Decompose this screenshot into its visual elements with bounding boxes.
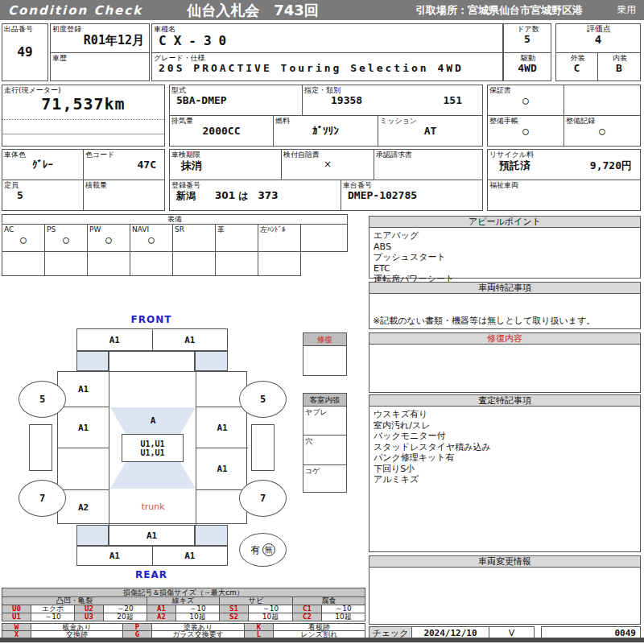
panel-door-front-right: A1 xyxy=(196,407,248,448)
type-code-cell: 型式 5BA-DMEP xyxy=(169,85,303,116)
score-cell: 評価点 4 xyxy=(555,23,641,53)
equipment-cell-ps: PS ○ xyxy=(44,224,88,252)
history-cell: 車歴 xyxy=(50,52,150,81)
insurance-cell: 検付自賠責 × xyxy=(281,149,374,180)
legend-value: 20超 xyxy=(103,613,147,621)
mark-rear-bumper-right: A1 xyxy=(153,547,228,565)
doors-value: 5 xyxy=(504,33,551,45)
panel-rear-corner-right xyxy=(195,525,228,546)
approval-request-label: 承認請求書 xyxy=(374,150,482,159)
pickup-location: 引取場所：宮城県仙台市宮城野区港 xyxy=(415,3,583,18)
interior-trim-row-tear: ヤブレ xyxy=(303,407,346,435)
interior-grade-label: 内装 xyxy=(598,53,640,62)
maintenance-book-label: 整備手帳 xyxy=(488,116,564,125)
welfare-vehicle-label: 福祉車両 xyxy=(488,180,640,189)
mark-front-bumper-left: A1 xyxy=(77,329,153,350)
maintenance-record-value: ○ xyxy=(564,125,640,137)
equipment-cell-leather: 革 xyxy=(215,224,258,252)
fuel-cell: 燃料 ｶﾞｿﾘﾝ xyxy=(273,115,378,147)
panel-door-rear-left xyxy=(58,448,109,490)
maintenance-record-label: 整備記録 xyxy=(564,116,640,125)
grade-value: 20S PROACTIVE Touring Selection 4WD xyxy=(152,62,502,74)
equipment-mark: ○ xyxy=(130,233,172,246)
exterior-grade-value: C xyxy=(556,62,597,74)
wheel-rear-left: 7 xyxy=(19,480,66,517)
equipment-cell-extra xyxy=(300,224,348,252)
recycle-fee-values: 預託済 9,720円 xyxy=(488,159,640,173)
change-info-title: 車両変更情報 xyxy=(369,556,640,568)
legend-value: 10超 xyxy=(175,613,220,621)
equipment-empty-cell xyxy=(2,252,45,275)
divider-dotted xyxy=(2,119,164,120)
equipment-cell-lhd: 左ﾊﾝﾄﾞﾙ xyxy=(258,224,301,252)
panel-rear-window xyxy=(110,462,196,489)
appeal-points-title: アピールポイント xyxy=(369,217,640,228)
approval-request-cell: 承認請求書 xyxy=(374,149,483,180)
equipment-cell-navi: NAVI ○ xyxy=(130,224,173,252)
capacity-value: 5 xyxy=(2,189,83,201)
score-value: 4 xyxy=(556,33,640,46)
displacement-label: 排気量 xyxy=(170,116,273,125)
warranty-empty-cell xyxy=(564,85,641,116)
appeal-item: プッシュスタート xyxy=(374,252,636,263)
color-code-value: 47C xyxy=(84,159,164,171)
assessment-item: バックモニター付 xyxy=(374,431,636,442)
mileage-label: 走行(現メーター) xyxy=(2,85,164,94)
lot-number-label: 出品番号 xyxy=(2,24,47,33)
grade-label: グレード・仕様 xyxy=(152,53,502,62)
class-value-1: 19358 xyxy=(331,94,362,106)
inspection-label: 車検期限 xyxy=(170,150,281,159)
assessment-item: 下回りS小 xyxy=(374,464,636,475)
equipment-label: 左ﾊﾝﾄﾞﾙ xyxy=(258,225,300,233)
body-color-cell: 車体色 ｸﾞﾚｰ xyxy=(2,149,84,180)
brand-logo: Condition Check xyxy=(8,3,142,18)
header-bar: Condition Check 仙台入札会 743回 引取場所：宮城県仙台市宮城… xyxy=(0,0,644,20)
equipment-empty-cell xyxy=(216,252,258,275)
welfare-vehicle-cell: 福祉車両 xyxy=(487,180,641,211)
equipment-empty-cell xyxy=(45,252,88,275)
presence-yes: 有 xyxy=(251,543,261,557)
panel-roof: U1,U1 U1,U1 xyxy=(122,434,184,462)
appeal-points-body: エアバッグ ABS プッシュスタート ETC 運転席パワーシート xyxy=(369,228,640,287)
front-label: FRONT xyxy=(121,314,182,325)
equipment-label: PS xyxy=(45,225,87,233)
panel-front-corner-right xyxy=(195,351,228,371)
equipment-label: SR xyxy=(173,225,215,233)
exterior-grade-label: 外装 xyxy=(556,53,597,62)
assessment-item: スタッドレスタイヤ積み込み xyxy=(374,442,636,453)
panel-front-corner-left xyxy=(76,351,109,371)
appeal-item: エアバッグ xyxy=(374,230,636,242)
panel-side-sill-right xyxy=(251,424,275,471)
mileage-cell: 走行(現メーター) 71,537km xyxy=(2,85,165,147)
doors-cell: ドア数 5 xyxy=(503,23,551,53)
first-registration-label: 初度登録 xyxy=(51,24,149,33)
inspection-value: 抹消 xyxy=(170,159,281,173)
wheel-front-left: 5 xyxy=(19,381,66,418)
body-color-value: ｸﾞﾚｰ xyxy=(2,159,83,171)
panel-side-sill-left xyxy=(29,424,52,471)
presence-no-circled: 無 xyxy=(262,543,275,556)
presence-ellipse: 有 無 xyxy=(239,533,287,567)
drive-value: 4WD xyxy=(504,62,551,74)
legend-code: C2 xyxy=(292,613,322,621)
car-damage-diagram: FRONT A1 A1 A1 A1 A1 A2 A1 A1 A U1,U1 xyxy=(0,310,366,588)
equipment-label: NAVI xyxy=(130,225,172,233)
load-capacity-cell: 積載量 xyxy=(83,180,165,211)
doors-label: ドア数 xyxy=(504,24,551,33)
auction-condition-sheet: Condition Check 仙台入札会 743回 引取場所：宮城県仙台市宮城… xyxy=(0,0,644,644)
registration-number-cell: 登録番号 新潟 301 は 373 xyxy=(169,180,341,211)
auction-title: 仙台入札会 743回 xyxy=(187,1,319,20)
legend-code: S2 xyxy=(219,613,249,621)
mark-roof-line1: U1,U1 xyxy=(140,440,164,448)
equipment-empty-cell xyxy=(130,252,173,275)
maintenance-record-cell: 整備記録 ○ xyxy=(564,115,641,147)
chassis-number-value: DMEP-102785 xyxy=(341,189,482,201)
first-registration-cell: 初度登録 R01年12月 xyxy=(50,23,150,53)
vehicle-notes-panel: 車両特記事項 ※記載のない書類・機器等は無しとして取り扱います。 xyxy=(369,282,641,329)
chassis-number-cell: 車台番号 DMEP-102785 xyxy=(341,180,483,211)
recycle-amount: 9,720円 xyxy=(590,159,632,173)
insurance-label: 検付自賠責 xyxy=(282,150,374,159)
mileage-value: 71,537km xyxy=(2,94,164,114)
panel-door-rear-right: A1 xyxy=(196,448,248,490)
vehicle-notes-title: 車両特記事項 xyxy=(369,283,640,294)
